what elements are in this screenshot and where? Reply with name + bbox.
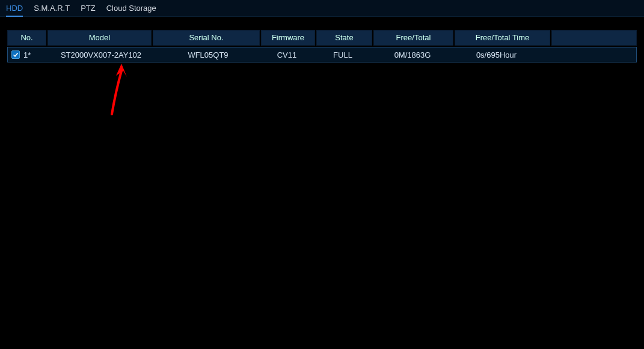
col-header-empty [551,30,637,46]
cell-freetotal: 0M/1863G [373,50,452,59]
cell-firmware: CV11 [262,50,312,59]
cell-model: ST2000VX007-2AY102 [48,50,155,59]
tab-hdd[interactable]: HDD [6,0,23,17]
tab-bar: HDD S.M.A.R.T PTZ Cloud Storage [0,0,644,17]
hdd-panel: No. Model Serial No. Firmware State Free… [0,17,644,62]
cell-freetime: 0s/695Hour [452,50,541,59]
col-header-state: State [316,30,372,46]
tab-smart[interactable]: S.M.A.R.T [34,0,70,17]
cell-serial: WFL05QT9 [155,50,262,59]
col-header-firmware: Firmware [261,30,315,46]
table-row[interactable]: 1* ST2000VX007-2AY102 WFL05QT9 CV11 FULL… [7,47,637,62]
tab-cloud-storage[interactable]: Cloud Storage [106,0,156,17]
col-header-serial: Serial No. [153,30,260,46]
col-header-no: No. [7,30,46,46]
svg-marker-0 [116,64,127,77]
tab-ptz[interactable]: PTZ [81,0,96,17]
col-header-freetime: Free/Total Time [455,30,550,46]
cell-state: FULL [312,50,373,59]
row-checkbox[interactable] [11,50,20,59]
table-header-row: No. Model Serial No. Firmware State Free… [7,30,637,46]
col-header-freetotal: Free/Total [373,30,453,46]
col-header-model: Model [48,30,152,46]
cell-no: 1* [22,50,48,59]
annotation-arrow-icon [107,62,133,115]
